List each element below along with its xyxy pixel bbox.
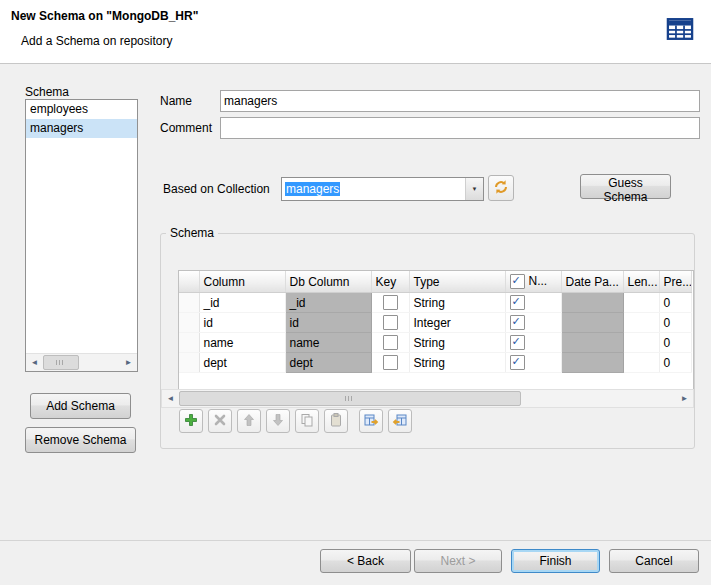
cell-key <box>371 333 409 353</box>
cell-column[interactable]: id <box>199 313 285 333</box>
header-date-pattern: Date Pa... <box>561 271 623 293</box>
add-column-button[interactable] <box>179 409 203 433</box>
wizard-subtitle: Add a Schema on repository <box>21 34 172 48</box>
cell-date-pattern <box>561 353 623 373</box>
cancel-button[interactable]: Cancel <box>609 549 699 573</box>
cell-column[interactable]: _id <box>199 293 285 313</box>
add-schema-button[interactable]: Add Schema <box>30 393 131 419</box>
nullable-checkbox[interactable] <box>510 315 525 330</box>
paste-button[interactable] <box>324 409 348 433</box>
scrollbar-track[interactable] <box>79 354 120 371</box>
row-selector[interactable] <box>179 333 199 353</box>
header-column: Column <box>199 271 285 293</box>
schema-table-icon <box>665 14 695 44</box>
nullable-checkbox[interactable] <box>510 295 525 310</box>
move-up-button[interactable] <box>237 409 261 433</box>
cell-date-pattern <box>561 293 623 313</box>
import-schema-button[interactable] <box>359 409 383 433</box>
refresh-icon <box>493 179 509 198</box>
cell-precision[interactable]: 0 <box>659 333 691 353</box>
footer-separator <box>0 540 711 541</box>
scrollbar-track[interactable] <box>521 390 676 407</box>
cell-date-pattern <box>561 313 623 333</box>
header-nullable: N... <box>505 271 561 293</box>
scrollbar-thumb[interactable] <box>43 355 79 370</box>
cell-length[interactable] <box>623 353 659 373</box>
new-schema-wizard: New Schema on "MongoDB_HR" Add a Schema … <box>0 0 711 585</box>
scroll-right-icon[interactable]: ► <box>120 354 137 371</box>
comment-input[interactable] <box>220 117 700 139</box>
cell-db-column: name <box>285 333 371 353</box>
collection-combobox[interactable]: managers ▼ <box>281 177 484 201</box>
cell-type[interactable]: String <box>409 333 505 353</box>
table-row[interactable]: _id _id String 0 <box>179 293 691 313</box>
cell-length[interactable] <box>623 313 659 333</box>
scroll-left-icon[interactable]: ◄ <box>26 354 43 371</box>
table-row[interactable]: dept dept String 0 <box>179 353 691 373</box>
import-schema-icon <box>363 412 379 431</box>
collection-value[interactable]: managers <box>282 178 465 200</box>
table-horizontal-scrollbar[interactable]: ◄ ► <box>161 389 694 408</box>
name-label: Name <box>160 94 192 108</box>
schema-toolbar <box>179 409 412 433</box>
cell-precision[interactable]: 0 <box>659 313 691 333</box>
cell-date-pattern <box>561 333 623 353</box>
key-checkbox[interactable] <box>383 335 398 350</box>
cell-key <box>371 353 409 373</box>
remove-schema-button[interactable]: Remove Schema <box>25 427 136 453</box>
cell-length[interactable] <box>623 333 659 353</box>
header-length: Len... <box>623 271 659 293</box>
cell-type[interactable]: Integer <box>409 313 505 333</box>
cell-type[interactable]: String <box>409 353 505 373</box>
name-input[interactable] <box>220 90 700 112</box>
nullable-checkbox[interactable] <box>510 335 525 350</box>
scroll-left-icon[interactable]: ◄ <box>162 390 179 407</box>
schema-list-scrollbar[interactable]: ◄ ► <box>26 353 137 371</box>
table-row[interactable]: id id Integer 0 <box>179 313 691 333</box>
cell-column[interactable]: name <box>199 333 285 353</box>
schema-list-item-employees[interactable]: employees <box>26 100 137 119</box>
delete-icon <box>212 412 228 431</box>
back-button[interactable]: < Back <box>320 549 411 573</box>
key-checkbox[interactable] <box>383 315 398 330</box>
move-down-button[interactable] <box>266 409 290 433</box>
chevron-down-icon[interactable]: ▼ <box>465 178 483 200</box>
schema-list: employees managers ◄ ► <box>25 99 138 372</box>
scroll-right-icon[interactable]: ► <box>676 390 693 407</box>
export-schema-button[interactable] <box>388 409 412 433</box>
header-type: Type <box>409 271 505 293</box>
nullable-checkbox[interactable] <box>510 355 525 370</box>
comment-label: Comment <box>160 121 212 135</box>
row-selector[interactable] <box>179 353 199 373</box>
export-schema-icon <box>392 412 408 431</box>
cell-key <box>371 313 409 333</box>
cell-column[interactable]: dept <box>199 353 285 373</box>
guess-schema-button[interactable]: Guess Schema <box>580 174 671 199</box>
scrollbar-thumb[interactable] <box>179 391 521 406</box>
cell-precision[interactable]: 0 <box>659 293 691 313</box>
header-key: Key <box>371 271 409 293</box>
nullable-all-checkbox[interactable] <box>510 274 525 289</box>
cell-nullable <box>505 333 561 353</box>
row-selector[interactable] <box>179 293 199 313</box>
row-selector[interactable] <box>179 313 199 333</box>
table-header-row: Column Db Column Key Type N... Date Pa..… <box>179 271 691 293</box>
wizard-header: New Schema on "MongoDB_HR" Add a Schema … <box>0 0 711 64</box>
key-checkbox[interactable] <box>383 355 398 370</box>
refresh-collections-button[interactable] <box>488 175 514 201</box>
schema-table: Column Db Column Key Type N... Date Pa..… <box>178 270 694 391</box>
add-icon <box>183 412 199 431</box>
key-checkbox[interactable] <box>383 295 398 310</box>
cell-precision[interactable]: 0 <box>659 353 691 373</box>
move-down-icon <box>270 412 286 431</box>
delete-column-button[interactable] <box>208 409 232 433</box>
copy-icon <box>299 412 315 431</box>
cell-db-column: _id <box>285 293 371 313</box>
copy-button[interactable] <box>295 409 319 433</box>
finish-button[interactable]: Finish <box>511 549 600 573</box>
cell-length[interactable] <box>623 293 659 313</box>
cell-type[interactable]: String <box>409 293 505 313</box>
header-db-column: Db Column <box>285 271 371 293</box>
schema-list-item-managers[interactable]: managers <box>26 119 137 138</box>
table-row[interactable]: name name String 0 <box>179 333 691 353</box>
